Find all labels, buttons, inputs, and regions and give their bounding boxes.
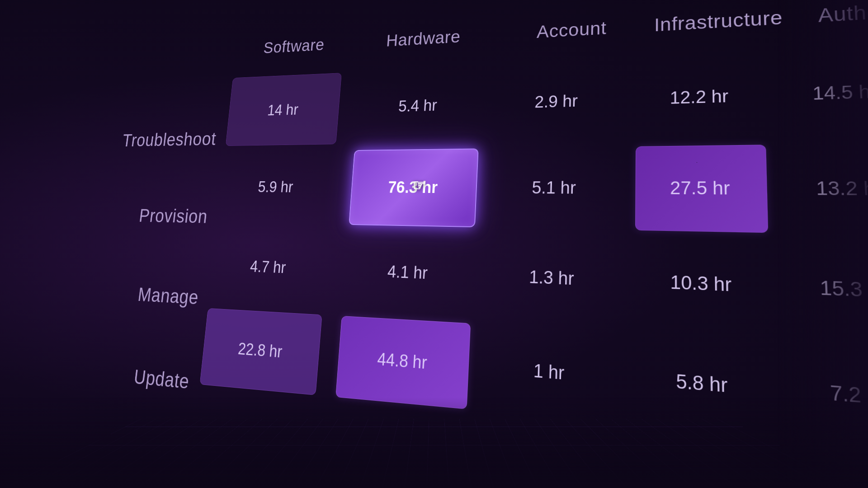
cell-troubleshoot-infrastructure[interactable]: 12.2 hr	[636, 53, 766, 140]
cell-troubleshoot-software[interactable]: 14 hr	[226, 73, 342, 146]
cell-manage-hardware[interactable]: 4.1 hr	[342, 231, 475, 316]
row-label-provision: Provision	[99, 177, 212, 257]
cell-provision-hardware[interactable]: 76.3 hr ☞	[349, 148, 478, 227]
cell-provision-account[interactable]: 5.1 hr	[497, 147, 612, 230]
col-header-account: Account	[520, 17, 624, 43]
cell-troubleshoot-account[interactable]: 2.9 hr	[500, 60, 613, 141]
cell-provision-infrastructure[interactable]: 27.5 hr	[635, 145, 768, 233]
col-header-software: Software	[241, 34, 348, 58]
cell-manage-software[interactable]: 4.7 hr	[208, 229, 329, 308]
col-header-hardware: Hardware	[368, 26, 479, 51]
cell-provision-software[interactable]: 5.9 hr	[217, 150, 335, 225]
cell-troubleshoot-hardware[interactable]: 5.4 hr	[355, 66, 482, 144]
col-header-infrastructure: Infrastructure	[652, 7, 786, 36]
row-label-troubleshoot: Troubleshoot	[108, 101, 220, 177]
bottom-fade	[0, 398, 868, 488]
